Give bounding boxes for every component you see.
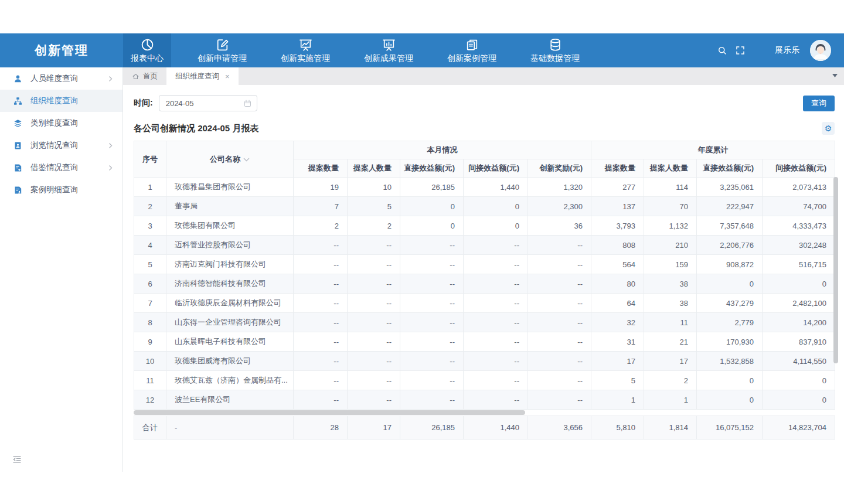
total-year-3: 14,823,704: [763, 416, 835, 440]
cell-month-2: --: [400, 294, 464, 313]
cell-month-4: --: [528, 255, 591, 274]
sidebar-item-person-dimension[interactable]: 人员维度查询: [0, 67, 122, 90]
col-header-month-1[interactable]: 提案人数量: [348, 159, 400, 178]
nav-item-innovation-apply[interactable]: 创新申请管理: [190, 33, 254, 67]
table-row: 12波兰EE有限公司----------1100: [134, 390, 835, 410]
cell-month-2: --: [400, 236, 464, 255]
sidebar-item-label: 人员维度查询: [30, 73, 78, 84]
close-icon[interactable]: ×: [225, 73, 230, 80]
cell-year-0: 31: [591, 332, 644, 352]
total-year-2: 16,075,152: [697, 416, 763, 440]
sidebar-item-org-dimension[interactable]: 组织维度查询: [0, 90, 122, 112]
nav-item-innovation-achievement[interactable]: 创新成果管理: [356, 33, 421, 67]
cell-year-1: 2: [644, 371, 697, 390]
cell-month-0: --: [294, 236, 348, 255]
cell-month-0: 2: [294, 216, 348, 236]
cell-company: 玫德集团有限公司: [166, 216, 294, 236]
cell-month-0: 19: [294, 178, 348, 197]
cell-month-1: --: [348, 255, 400, 274]
col-header-year-0[interactable]: 提案数量: [591, 159, 644, 178]
nav-item-label: 创新案例管理: [447, 53, 496, 64]
table-settings-button[interactable]: ⚙: [822, 122, 835, 135]
cell-year-0: 137: [591, 197, 644, 216]
cell-index: 8: [134, 313, 166, 332]
sidebar-menu: 人员维度查询组织维度查询类别维度查询浏览情况查询借鉴情况查询案例明细查询: [0, 67, 122, 201]
cell-company: 波兰EE有限公司: [166, 390, 294, 410]
col-header-year-1[interactable]: 提案人数量: [644, 159, 697, 178]
cell-year-0: 277: [591, 178, 644, 197]
cell-year-3: 0: [763, 274, 835, 294]
table-row: 7临沂玫德庚辰金属材料有限公司----------6438437,2792,48…: [134, 294, 835, 313]
sidebar-item-case-detail[interactable]: 案例明细查询: [0, 179, 122, 201]
cell-company: 济南科德智能科技有限公司: [166, 274, 294, 294]
cell-index: 12: [134, 390, 166, 410]
cell-year-3: 837,910: [763, 332, 835, 352]
cell-company: 董事局: [166, 197, 294, 216]
total-row-table: 合计-281726,1851,4403,6565,8101,81416,075,…: [134, 416, 835, 440]
cell-month-2: --: [400, 371, 464, 390]
cell-company: 玫德艾瓦兹（济南）金属制品有...: [166, 371, 294, 390]
username[interactable]: 展乐乐: [775, 45, 799, 56]
cell-month-1: 10: [348, 178, 400, 197]
caret-down-icon[interactable]: [243, 158, 250, 162]
tab-list-dropdown-icon[interactable]: [832, 74, 838, 78]
col-header-index[interactable]: 序号: [134, 141, 166, 178]
col-header-month-2[interactable]: 直接效益额(元): [400, 159, 464, 178]
sidebar-item-label: 组织维度查询: [30, 96, 78, 106]
horizontal-scrollbar[interactable]: [134, 410, 525, 415]
cell-month-4: --: [528, 332, 591, 352]
col-header-company[interactable]: 公司名称: [166, 141, 294, 178]
sidebar-item-browse-status[interactable]: 浏览情况查询: [0, 134, 122, 156]
cell-year-1: 11: [644, 313, 697, 332]
vertical-scrollbar[interactable]: [833, 177, 838, 363]
cell-company: 玫德集团威海有限公司: [166, 352, 294, 371]
cell-month-0: --: [294, 294, 348, 313]
board-line-icon: [298, 38, 313, 52]
cell-month-3: --: [464, 352, 528, 371]
cell-year-2: 7,357,648: [697, 216, 763, 236]
col-header-month-3[interactable]: 间接效益额(元): [464, 159, 528, 178]
nav-item-report-center[interactable]: 报表中心: [123, 33, 171, 67]
cell-company: 玫德雅昌集团有限公司: [166, 178, 294, 197]
board-bars-icon: [382, 38, 396, 52]
time-input[interactable]: 2024-05: [159, 95, 257, 111]
col-header-month-4[interactable]: 创新奖励(元): [528, 159, 591, 178]
avatar-face: [810, 40, 831, 61]
cell-month-1: --: [348, 332, 400, 352]
cell-year-2: 3,235,061: [697, 178, 763, 197]
cell-month-2: --: [400, 390, 464, 410]
cell-year-2: 222,947: [697, 197, 763, 216]
search-icon[interactable]: [717, 45, 727, 56]
user-area: 展乐乐: [717, 33, 844, 67]
sidebar-item-label: 类别维度查询: [30, 118, 78, 128]
cell-month-3: --: [464, 255, 528, 274]
badge-icon: [13, 141, 23, 151]
cell-index: 1: [134, 178, 166, 197]
col-header-month-0[interactable]: 提案数量: [294, 159, 348, 178]
cell-year-1: 159: [644, 255, 697, 274]
tab-org-dimension[interactable]: 组织维度查询×: [166, 67, 239, 85]
nav-item-label: 报表中心: [131, 53, 164, 64]
avatar[interactable]: [810, 40, 831, 61]
cell-month-2: 0: [400, 197, 464, 216]
tab-home[interactable]: 首页: [123, 67, 166, 85]
home-icon: [132, 73, 139, 80]
cell-year-3: 2,073,413: [763, 178, 835, 197]
query-button[interactable]: 查询: [803, 96, 835, 111]
cell-year-3: 4,114,550: [763, 352, 835, 371]
sidebar-item-reference-status[interactable]: 借鉴情况查询: [0, 156, 122, 179]
nav-item-innovation-implement[interactable]: 创新实施管理: [273, 33, 338, 67]
col-header-year-3[interactable]: 间接效益额(元): [763, 159, 835, 178]
nav-item-base-data[interactable]: 基础数据管理: [523, 33, 587, 67]
sidebar-item-category-dimension[interactable]: 类别维度查询: [0, 112, 122, 134]
cell-year-2: 0: [697, 371, 763, 390]
fullscreen-icon[interactable]: [735, 45, 746, 56]
cell-month-2: --: [400, 313, 464, 332]
col-header-company-label: 公司名称: [210, 155, 240, 164]
col-header-year-2[interactable]: 直接效益额(元): [697, 159, 763, 178]
page: 创新管理 报表中心创新申请管理创新实施管理创新成果管理创新案例管理基础数据管理 …: [0, 0, 844, 504]
cell-month-3: 0: [464, 216, 528, 236]
cell-year-0: 32: [591, 313, 644, 332]
nav-item-innovation-case[interactable]: 创新案例管理: [440, 33, 504, 67]
collapse-sidebar-icon[interactable]: [12, 454, 22, 465]
